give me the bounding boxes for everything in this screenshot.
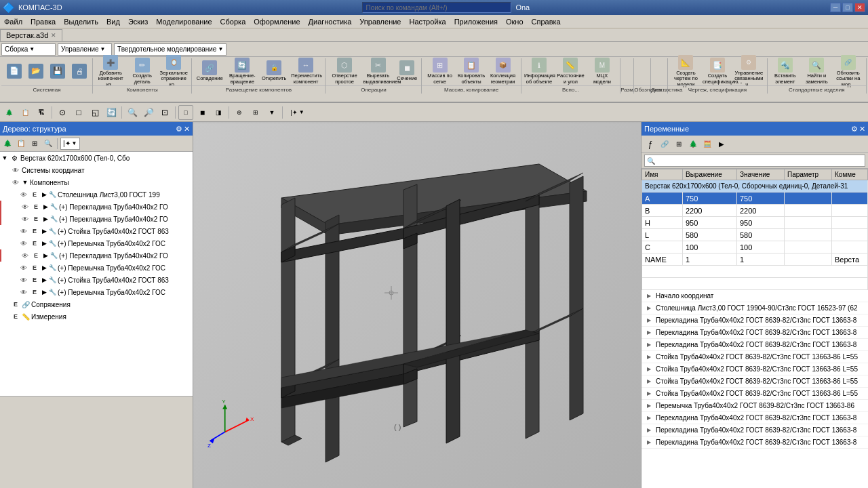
tree-item-izmerenia[interactable]: Е 📏 Измерения [0, 310, 193, 323]
btn-add-component[interactable]: ➕ Добавить компонент из... [96, 54, 125, 89]
btn-var-link[interactable]: 🔗 [658, 138, 671, 150]
tree-item-coord[interactable]: 👁 Системы координат [0, 164, 193, 176]
tree-item-perekladina3[interactable]: 👁 Е ▶ 🔧 (+) Перекладина Труба40х40х2 ГО [0, 249, 193, 262]
right-list-item-stoleshnitsa[interactable]: ▶ Столешница Лист3,00 ГОСТ 19904-90/Ст3п… [642, 302, 868, 314]
btn-insert-element[interactable]: 🔩 Вставить элемент [770, 56, 800, 86]
btn-tree-view[interactable]: 🌲 [1, 138, 14, 150]
var-row-C[interactable]: C 100 100 [642, 241, 868, 253]
btn-object-info[interactable]: ℹ Информация об объекте [524, 56, 554, 86]
btn-render-wireframe[interactable]: □ [178, 105, 193, 120]
btn-zoom-out[interactable]: 🔎 [141, 105, 156, 120]
btn-section[interactable]: ◼ Сечение [395, 59, 418, 83]
tree-item-stoika1[interactable]: 👁 Е ▶ 🔧 (+) Стойка Труба40х40х2 ГОСТ 863 [0, 225, 193, 237]
right-list-item-st1[interactable]: ▶ Стойка Труба40х40х2 ГОСТ 8639-82/Ст3пс… [642, 351, 868, 363]
btn-props-toggle[interactable]: 📋 [18, 105, 33, 120]
tree-item-perekladina2[interactable]: 👁 Е ▶ 🔧 (+) Перекладина Труба40х40х2 ГО [0, 213, 193, 225]
btn-open[interactable]: 📂 [26, 62, 46, 81]
command-search[interactable] [362, 2, 511, 13]
btn-new[interactable]: 📄 [4, 62, 24, 81]
menu-management[interactable]: Управление [355, 16, 405, 27]
btn-print[interactable]: 🖨 [69, 62, 90, 81]
right-list-item-st2[interactable]: ▶ Стойка Труба40х40х2 ГОСТ 8639-82/Ст3пс… [642, 363, 868, 375]
btn-view-rotate[interactable]: 🔄 [104, 105, 119, 120]
btn-list-view[interactable]: 📋 [15, 138, 27, 150]
btn-var-tree[interactable]: 🌲 [687, 138, 699, 150]
expand-icon[interactable]: ▶ [41, 191, 47, 198]
expand-icon[interactable]: ▶ [41, 228, 47, 235]
btn-filter[interactable]: ▼ [264, 105, 279, 120]
expand-icon[interactable]: ▶ [41, 240, 47, 247]
btn-tree-toggle[interactable]: 🌲 [1, 105, 16, 120]
btn-create-spec[interactable]: 📑 Создать спецификацию... [703, 56, 732, 86]
menu-view[interactable]: Вид [102, 16, 124, 27]
right-list-item-pk3[interactable]: ▶ Перекладина Труба40х40х2 ГОСТ 8639-82/… [642, 339, 868, 351]
right-list-item-pk6[interactable]: ▶ Перекладина Труба40х40х2 ГОСТ 8639-82/… [642, 436, 868, 449]
tree-item-components[interactable]: 👁 ▼ Компоненты [0, 176, 193, 188]
btn-coincidence[interactable]: 🔗 Сопадение [195, 59, 224, 83]
var-row-H[interactable]: H 950 950 [642, 217, 868, 229]
menu-diagnostics[interactable]: Диагностика [304, 16, 356, 27]
tree-item-peremichka3[interactable]: 👁 Е ▶ 🔧 (+) Перемычка Труба40х40х2 ГОС [0, 286, 193, 298]
right-list-item-pm1[interactable]: ▶ Перемычка Труба40х40х2 ГОСТ 8639-82/Ст… [642, 400, 868, 412]
tree-item-peremichka2[interactable]: 👁 Е ▶ 🔧 (+) Перемычка Труба40х40х2 ГОС [0, 262, 193, 274]
btn-zoom-in[interactable]: 🔍 [125, 105, 140, 120]
btn-array-grid[interactable]: ⊞ Массив по сетке [425, 56, 454, 86]
menu-apps[interactable]: Приложения [450, 16, 502, 27]
viewport-3d[interactable]: ( ) X Y Z [193, 122, 641, 488]
expand-icon[interactable]: ▶ [42, 216, 49, 222]
right-list-item-coord[interactable]: ▶ Начало координат [642, 290, 868, 302]
tree-item-root[interactable]: ▼ ⚙ Верстак 620x1700x600 (Тел-0, Сбо [0, 152, 193, 164]
btn-select-mode[interactable]: |✦ ▼ [285, 105, 309, 120]
btn-detach[interactable]: 🔓 Открепить [260, 59, 288, 83]
var-row-NAME[interactable]: NAME 1 1 Верста [642, 253, 868, 266]
btn-view-iso[interactable]: ◱ [87, 105, 102, 120]
right-list-item-pk4[interactable]: ▶ Перекладина Труба40х40х2 ГОСТ 8639-82/… [642, 412, 868, 424]
right-list-item-pk2[interactable]: ▶ Перекладина Труба40х40х2 ГОСТ 8639-82/… [642, 327, 868, 339]
btn-save[interactable]: 💾 [47, 62, 68, 81]
btn-create-detail[interactable]: ✏ Создать деталь [127, 56, 157, 86]
btn-cut[interactable]: ✂ Вырезать выдавливанием [362, 56, 394, 86]
btn-model-toggle[interactable]: 🏗 [34, 105, 49, 120]
expand-icon[interactable]: ▶ [41, 277, 47, 283]
menu-edit[interactable]: Правка [26, 16, 60, 27]
btn-rotation[interactable]: 🔄 Вращение-вращение [226, 56, 259, 86]
menu-settings[interactable]: Настройка [405, 16, 450, 27]
tab-close-icon[interactable]: ✕ [51, 32, 56, 39]
btn-hole[interactable]: ⬡ Отверстие простое [328, 56, 360, 86]
menu-sketch[interactable]: Эскиз [124, 16, 152, 27]
menu-window[interactable]: Окно [502, 16, 528, 27]
var-row-B[interactable]: B 2200 2200 [642, 205, 868, 217]
menu-select[interactable]: Выделить [60, 16, 102, 27]
btn-collection[interactable]: 📦 Коллекция геометрии [488, 56, 517, 86]
btn-update-links[interactable]: 🔗 Обновить ссылки на мод... [833, 54, 863, 89]
btn-filter-tree[interactable]: 🔍 [42, 138, 54, 150]
btn-find-replace[interactable]: 🔍 Найти и заменить [802, 56, 831, 86]
btn-view-standard[interactable]: ⊙ [55, 105, 70, 120]
btn-manage-links[interactable]: ⚙ Управление связанными ч... [734, 54, 764, 89]
right-list-item-st3[interactable]: ▶ Стойка Труба40х40х2 ГОСТ 8639-82/Ст3пс… [642, 375, 868, 388]
tab-verstakA3d[interactable]: Верстак.a3d ✕ [0, 29, 62, 41]
btn-render-shaded[interactable]: ◨ [211, 105, 226, 120]
btn-move-component[interactable]: ↔ Переместить компонент [290, 56, 323, 86]
expand-icon[interactable]: ▶ [41, 289, 47, 296]
restore-button[interactable]: □ [842, 3, 853, 12]
expand-icon[interactable]: ▶ [41, 264, 47, 271]
minimize-button[interactable]: ─ [830, 3, 841, 12]
btn-render-solid[interactable]: ◼ [195, 105, 210, 120]
btn-var-table[interactable]: ⊞ [673, 138, 685, 150]
btn-formula[interactable]: ƒ [644, 138, 656, 150]
right-panel-close-icon[interactable]: ✕ [859, 125, 865, 134]
expand-icon[interactable]: ▼ [22, 179, 28, 186]
btn-var-more[interactable]: ▶ [715, 138, 728, 150]
right-list-item-st4[interactable]: ▶ Стойка Труба40х40х2 ГОСТ 8639-82/Ст3пс… [642, 388, 868, 400]
btn-zoom-fit[interactable]: ⊡ [157, 105, 172, 120]
btn-grid[interactable]: ⊞ [248, 105, 263, 120]
expand-icon[interactable]: ▶ [42, 203, 49, 210]
tree-item-soprjazhenija[interactable]: Е 🔗 Сопряжения [0, 298, 193, 310]
menu-modeling[interactable]: Моделирование [152, 16, 216, 27]
right-list-item-pk1[interactable]: ▶ Перекладина Труба40х40х2 ГОСТ 8639-82/… [642, 314, 868, 327]
expand-icon[interactable]: ▶ [42, 252, 49, 259]
btn-mirror[interactable]: 🪞 Зеркальное отражение ко... [159, 54, 189, 89]
btn-create-drawing[interactable]: 📐 Создать чертеж по модели [671, 54, 701, 89]
menu-help[interactable]: Справка [528, 16, 565, 27]
